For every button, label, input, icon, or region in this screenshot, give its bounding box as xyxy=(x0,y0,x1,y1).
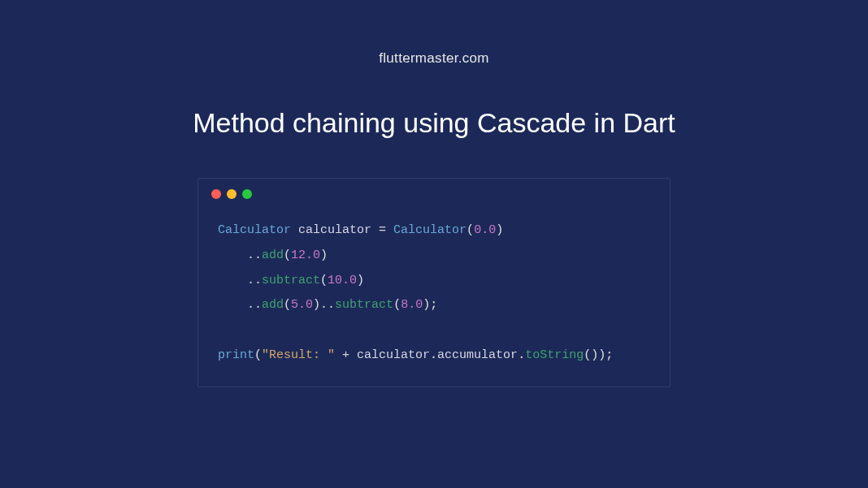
code-cascade: .. xyxy=(247,298,262,312)
code-number: 0.0 xyxy=(474,223,496,237)
site-label: fluttermaster.com xyxy=(379,50,488,67)
code-paren: ) xyxy=(357,274,364,287)
code-function: print xyxy=(218,348,254,362)
window-close-icon xyxy=(211,189,221,199)
code-type: Calculator xyxy=(218,223,291,237)
window-titlebar xyxy=(198,179,670,204)
code-indent xyxy=(218,274,247,287)
code-paren: ( xyxy=(284,248,291,262)
code-paren: ) xyxy=(423,298,430,312)
code-method: add xyxy=(262,298,284,312)
code-paren: ) xyxy=(591,348,598,362)
code-string: "Result: " xyxy=(262,348,335,362)
code-paren: ) xyxy=(598,348,605,362)
code-number: 5.0 xyxy=(291,298,313,312)
code-dot: . xyxy=(518,348,525,362)
code-paren: ( xyxy=(284,298,291,312)
code-block: Calculator calculator = Calculator(0.0) … xyxy=(198,204,670,387)
code-paren: ( xyxy=(254,348,262,362)
code-semicolon: ; xyxy=(430,298,437,312)
window-maximize-icon xyxy=(242,189,252,199)
code-number: 12.0 xyxy=(291,248,320,262)
code-method: subtract xyxy=(335,298,393,312)
code-constructor: Calculator xyxy=(393,223,467,237)
code-identifier: calculator xyxy=(298,223,371,237)
code-method: add xyxy=(262,248,284,262)
code-paren: ) xyxy=(320,248,328,262)
code-number: 8.0 xyxy=(401,298,423,312)
code-window: Calculator calculator = Calculator(0.0) … xyxy=(197,178,671,387)
code-cascade: .. xyxy=(247,248,262,262)
code-operator: = xyxy=(379,223,386,237)
code-paren: ( xyxy=(584,348,591,362)
code-number: 10.0 xyxy=(328,274,357,287)
code-indent xyxy=(218,298,247,312)
window-minimize-icon xyxy=(227,189,237,199)
code-paren: ( xyxy=(320,274,328,287)
code-semicolon: ; xyxy=(605,348,613,362)
code-cascade: .. xyxy=(247,274,262,287)
code-paren: ) xyxy=(313,298,320,312)
code-paren: ) xyxy=(496,223,503,237)
code-indent xyxy=(218,248,247,262)
page-title: Method chaining using Cascade in Dart xyxy=(193,107,675,139)
code-property: accumulator xyxy=(437,348,518,362)
code-operator: + xyxy=(335,348,357,362)
code-paren: ( xyxy=(467,223,474,237)
code-method: subtract xyxy=(262,274,320,287)
code-identifier: calculator xyxy=(357,348,430,362)
code-cascade: .. xyxy=(320,298,335,312)
code-paren: ( xyxy=(393,298,401,312)
code-dot: . xyxy=(430,348,437,362)
code-method: toString xyxy=(525,348,584,362)
